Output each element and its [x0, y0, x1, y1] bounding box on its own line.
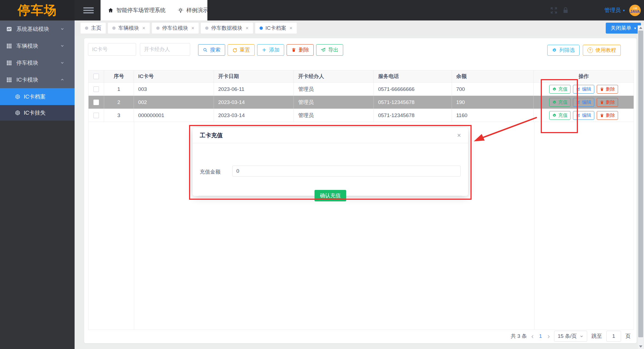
tab-parking-spot-module[interactable]: 停车位模块 × [152, 23, 199, 34]
edit-label: 编辑 [582, 112, 591, 118]
sidebar-item-ic-card-module[interactable]: IC卡模块 [0, 71, 75, 88]
cell-phone: 0571-12345678 [374, 96, 452, 109]
nav-item-home[interactable]: 智能停车场管理系统 [108, 7, 166, 14]
tab-close-icon[interactable]: × [246, 26, 249, 31]
recharge-button[interactable]: 充值 [549, 111, 571, 120]
prev-page-button[interactable]: ‹ [531, 333, 534, 340]
tab-home[interactable]: 主页 [81, 23, 106, 34]
chevron-down-icon [60, 61, 64, 65]
app-logo: 停车场 [0, 0, 75, 20]
export-button-label: 导出 [328, 46, 339, 53]
row-checkbox[interactable] [93, 113, 99, 118]
table-row-selected[interactable]: 2 002 2023-03-14 管理员 0571-12345678 190 充… [89, 96, 634, 109]
open-tabs: 主页 车辆模块 × 停车位模块 × 停车数据模块 × IC卡档案 × [81, 23, 297, 34]
column-filter-label: 列筛选 [559, 47, 575, 54]
sidebar: 系统基础模块 车辆模块 停车模块 IC卡模块 IC卡档案 IC卡挂失 [0, 20, 75, 349]
fixed-column-divider [534, 122, 534, 330]
next-page-button[interactable]: › [548, 333, 550, 340]
edit-button[interactable]: 编辑 [573, 98, 594, 107]
edit-button[interactable]: 编辑 [573, 85, 594, 94]
col-header-actions: 操作 [534, 70, 634, 82]
user-menu[interactable]: 管理员 ▾ [604, 0, 625, 20]
edit-button[interactable]: 编辑 [573, 111, 594, 120]
tab-vehicle-module[interactable]: 车辆模块 × [108, 23, 150, 34]
close-menu-button[interactable]: 关闭菜单 ▾ [606, 23, 641, 34]
close-menu-label: 关闭菜单 [611, 25, 631, 32]
current-page[interactable]: 1 [538, 333, 543, 339]
delete-button-label: 删除 [299, 46, 309, 53]
search-button-label: 搜索 [210, 46, 220, 53]
nav-item-demo[interactable]: 样例演示 [178, 7, 208, 14]
sidebar-item-vehicle-module[interactable]: 车辆模块 [0, 37, 75, 54]
recharge-modal: 工卡充值 × 充值金额 确认充值 [193, 128, 468, 196]
bulb-icon [178, 7, 184, 13]
column-filter-button[interactable]: 列筛选 [547, 45, 580, 56]
scroll-down-icon[interactable] [639, 345, 642, 348]
sidebar-subitem-ic-card-loss[interactable]: IC卡挂失 [0, 105, 75, 121]
tab-close-icon[interactable]: × [192, 26, 195, 31]
tab-close-icon[interactable]: × [142, 26, 145, 31]
sidebar-item-label: IC卡档案 [24, 93, 46, 100]
search-button[interactable]: 搜索 [198, 44, 225, 56]
sidebar-item-label: 车辆模块 [16, 42, 38, 50]
cell-phone: 0571-12345678 [374, 109, 452, 122]
add-button[interactable]: 添加 [257, 44, 284, 56]
col-header-operator: 开卡经办人 [294, 70, 374, 82]
chevron-down-icon [580, 334, 584, 338]
tab-close-icon[interactable]: × [290, 26, 293, 31]
recharge-button[interactable]: 充值 [549, 85, 571, 94]
operator-input[interactable] [140, 43, 190, 56]
cell-balance: 700 [452, 83, 534, 96]
tab-ic-card-archive[interactable]: IC卡档案 × [255, 23, 297, 34]
user-name: 管理员 [604, 7, 621, 14]
scrollbar-thumb[interactable] [638, 31, 643, 337]
modal-body: 充值金额 确认充值 [193, 143, 468, 211]
sidebar-item-system-base[interactable]: 系统基础模块 [0, 20, 75, 37]
close-icon[interactable]: × [457, 132, 461, 139]
trash-icon [291, 47, 296, 52]
fixed-column-divider [134, 122, 134, 330]
page-size-select[interactable]: 15 条/页 [554, 331, 587, 342]
tab-parking-data-module[interactable]: 停车数据模块 × [201, 23, 253, 34]
gear-icon [552, 87, 557, 91]
delete-button[interactable]: 删除 [287, 44, 314, 56]
lock-icon[interactable] [562, 7, 569, 14]
sidebar-item-parking-module[interactable]: 停车模块 [0, 54, 75, 71]
cell-date: 2023-03-14 [214, 96, 294, 109]
tab-label: 主页 [91, 25, 101, 32]
delete-row-button[interactable]: 删除 [597, 111, 618, 120]
sidebar-toggle-button[interactable] [83, 7, 94, 13]
col-header-balance: 余额 [452, 70, 534, 82]
cell-no: 2 [104, 96, 134, 109]
select-all-checkbox[interactable] [93, 74, 99, 79]
scroll-up-icon[interactable] [639, 27, 642, 29]
jump-page-input[interactable] [606, 331, 621, 342]
tab-dot-icon [112, 26, 116, 30]
row-checkbox[interactable] [93, 100, 99, 105]
gear-icon [552, 48, 557, 53]
vertical-scrollbar[interactable] [638, 25, 644, 349]
cell-card: 000000001 [134, 109, 214, 122]
delete-row-button[interactable]: 删除 [597, 98, 618, 107]
confirm-recharge-button[interactable]: 确认充值 [314, 190, 346, 201]
cell-no: 1 [104, 83, 134, 96]
gear-icon [552, 100, 557, 105]
table-row[interactable]: 1 003 2023-06-11 管理员 0571-66666666 700 充… [89, 83, 634, 96]
edit-icon [576, 87, 580, 91]
fullscreen-icon[interactable] [550, 6, 558, 14]
avatar[interactable]: 小郑 JAVA [629, 5, 641, 16]
amount-input[interactable] [232, 166, 461, 177]
delete-row-button[interactable]: 删除 [597, 85, 618, 94]
ic-card-number-input[interactable] [88, 43, 136, 56]
row-checkbox[interactable] [93, 86, 99, 92]
tab-dot-icon [156, 26, 160, 30]
sidebar-subitem-ic-card-archive[interactable]: IC卡档案 [0, 88, 75, 105]
delete-label: 删除 [606, 112, 615, 118]
table-row[interactable]: 3 000000001 2023-03-14 管理员 0571-12345678… [89, 109, 634, 122]
tutorial-button[interactable]: ? 使用教程 [583, 45, 621, 56]
tab-dot-icon [260, 26, 263, 30]
recharge-button[interactable]: 充值 [549, 98, 571, 107]
reset-button[interactable]: 重置 [228, 44, 255, 56]
recharge-label: 充值 [558, 86, 567, 92]
export-button[interactable]: 导出 [316, 44, 343, 56]
